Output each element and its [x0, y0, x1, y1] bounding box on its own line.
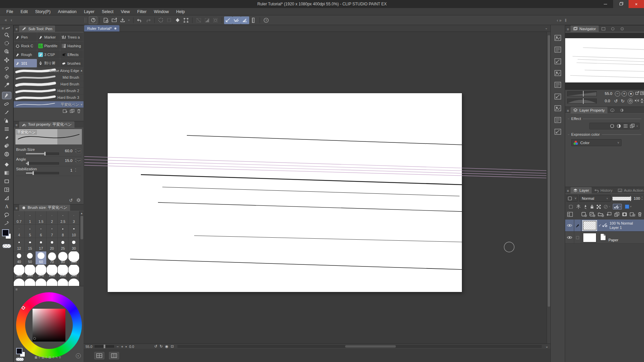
tool-property-tab[interactable]: Tool property: 平変化ペン	[19, 121, 74, 128]
menu-storyp[interactable]: Story(P)	[32, 8, 54, 15]
rotate-canvas-tool[interactable]	[2, 40, 11, 47]
gradient-tool[interactable]	[2, 170, 11, 176]
material-palette-tab-1[interactable]	[554, 35, 561, 41]
brush-size-3[interactable]: 3	[68, 211, 79, 225]
subtool-group-7[interactable]: Rough	[14, 50, 37, 59]
brush-size-next-row[interactable]	[36, 278, 47, 286]
brush-size-80[interactable]: 80	[58, 251, 69, 265]
document-tab[interactable]: Ruler Tutorial*	[84, 25, 119, 32]
brush-size-10[interactable]: 10	[68, 225, 79, 238]
operation-tool[interactable]	[2, 48, 11, 55]
brush-tool[interactable]	[2, 109, 11, 116]
new-layer-folder-icon[interactable]	[598, 212, 604, 217]
snap-to-ruler-button[interactable]	[224, 16, 232, 24]
canvas-vertical-scrollbar[interactable]	[547, 32, 550, 344]
color-wheel-main-swatch[interactable]	[16, 348, 22, 354]
brush-size-200[interactable]: 200	[47, 265, 58, 278]
layer-panel-tab-history[interactable]: History	[592, 187, 615, 193]
snap-to-grid-button[interactable]	[241, 16, 249, 24]
brush-size-next-row[interactable]	[14, 278, 25, 286]
mini-swatch-icon[interactable]: ▦	[35, 356, 37, 359]
selection-tool[interactable]	[2, 65, 11, 72]
mini-swatch3-icon[interactable]: ▤	[49, 356, 51, 359]
menu-file[interactable]: File	[3, 8, 17, 15]
menu-edit[interactable]: Edit	[17, 8, 32, 15]
material-palette-tab-2[interactable]	[554, 46, 561, 53]
reference-layer-icon[interactable]	[576, 204, 581, 209]
saturation-value-square[interactable]	[33, 309, 65, 342]
brush-size-scroll-up-icon[interactable]: ▲	[80, 211, 84, 215]
status-zoom-slider[interactable]	[95, 345, 114, 348]
navigator-zoom-out-button[interactable]: −	[615, 91, 620, 97]
brush-size-scroll-thumb[interactable]	[80, 216, 83, 239]
property-slider[interactable]	[25, 153, 59, 155]
register-settings-icon[interactable]	[76, 198, 81, 202]
brush-size-1[interactable]: 1	[25, 211, 36, 225]
zoom-in-button[interactable]: +	[121, 345, 123, 349]
property-spinner[interactable]: ˄˅	[75, 158, 76, 163]
material-palette-tab-4[interactable]	[554, 70, 561, 76]
scroll-options-caret-icon[interactable]: ⌄	[545, 344, 548, 349]
menu-layer[interactable]: Layer	[80, 8, 98, 15]
layer-color-dropdown[interactable]: ˅	[624, 204, 632, 209]
brush-size-2.5[interactable]: 2.5	[58, 211, 69, 225]
ruler-range-dropdown[interactable]: ˅	[613, 204, 622, 209]
brush-size-20[interactable]: 20	[47, 238, 58, 251]
halftone-dots-icon[interactable]	[623, 124, 628, 128]
property-slider[interactable]	[25, 162, 59, 165]
brush-size-60[interactable]: 60	[36, 251, 47, 265]
subtool-group-9[interactable]: Effects	[60, 50, 83, 59]
eraser-tool[interactable]	[2, 134, 11, 141]
navigator-rotate-left-button[interactable]: ↺	[614, 99, 618, 104]
canvas-vertical-scrollbar-thumb[interactable]	[548, 35, 550, 307]
zoom-reset-button[interactable]: ▪	[125, 345, 127, 349]
zoom-tool[interactable]	[2, 32, 11, 38]
brush-item-3[interactable]: Hard Brush	[14, 81, 84, 88]
property-dynamics-button[interactable]: ∿˅	[76, 149, 81, 153]
brush-item-6[interactable]: 平変化ペン▼	[14, 101, 84, 108]
subtool-group-3[interactable]: Trees a	[60, 33, 83, 41]
transform-button[interactable]	[182, 16, 190, 24]
brush-size-12[interactable]: 12	[14, 238, 25, 251]
brush-item-1[interactable]: Erase Along Edge▲	[14, 68, 84, 74]
clip-to-layer-below-icon[interactable]	[569, 204, 574, 209]
collapse-right-palettes-icon[interactable]: ‹ »	[557, 18, 561, 23]
brush-item-2[interactable]: Mid Brush	[14, 74, 84, 81]
menu-filter[interactable]: Filter	[133, 8, 150, 15]
status-zoom-slider-thumb[interactable]	[104, 345, 105, 348]
canvas-list-caret-icon[interactable]: ⌄	[545, 26, 548, 30]
layer-visibility-eye-icon[interactable]	[565, 224, 574, 227]
brush-size-17[interactable]: 17	[36, 238, 47, 251]
restore-defaults-icon[interactable]: ↺	[69, 198, 73, 203]
undo-button[interactable]	[136, 16, 144, 24]
decoration-tool[interactable]	[2, 126, 11, 132]
brush-size-25[interactable]: 25	[58, 238, 69, 251]
brush-size-8[interactable]: 8	[58, 225, 69, 238]
brush-size-0.7[interactable]: 0.7	[14, 211, 25, 225]
navigator-menu-icon[interactable]: ≡	[565, 27, 571, 32]
information-tab[interactable]	[618, 25, 627, 32]
layer-property-menu-icon[interactable]: ≡	[565, 109, 571, 113]
navigator-zoom-in-button[interactable]: +	[622, 91, 627, 97]
subtool-group-5[interactable]: Plantlife	[37, 42, 60, 50]
main-color-swatches[interactable]	[1, 229, 13, 243]
disabled-mask-icon[interactable]: ˅	[603, 204, 610, 209]
delete-subtool-icon[interactable]	[77, 109, 81, 113]
main-color-swatch[interactable]	[2, 229, 9, 236]
navigator-flip-vertical-button[interactable]	[640, 99, 644, 104]
subtool-panel-menu-icon[interactable]: ≡	[14, 27, 19, 32]
navigator-zoom-slider[interactable]	[567, 91, 597, 96]
subview-tab[interactable]	[599, 25, 608, 32]
new-vector-layer-icon[interactable]	[589, 212, 595, 217]
brush-size-next-row[interactable]	[47, 278, 58, 286]
brush-size-6[interactable]: 6	[36, 225, 47, 238]
toolbar-drag-handle[interactable]	[85, 17, 86, 23]
rotate-right-button[interactable]: ↻	[160, 344, 163, 349]
tool-property-menu-icon[interactable]: ≡	[14, 123, 19, 128]
lock-layer-icon[interactable]	[590, 204, 594, 209]
deselect-button[interactable]	[165, 16, 173, 24]
eyedropper-tool[interactable]	[2, 82, 11, 88]
collapse-left-palettes-icon[interactable]: « ‹	[5, 18, 13, 22]
brush-size-250[interactable]: 250	[58, 265, 69, 278]
redo-button[interactable]	[144, 16, 152, 24]
